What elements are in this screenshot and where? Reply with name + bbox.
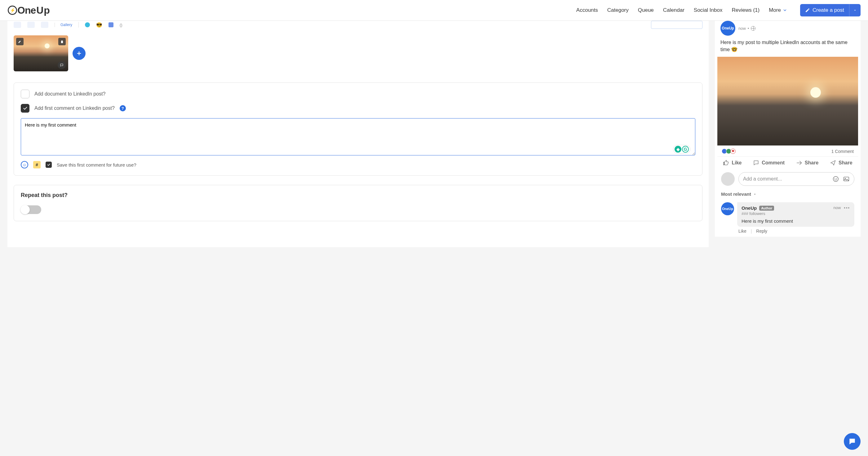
first-comment-textarea[interactable] [21,118,695,155]
linkedin-preview: OneUp OneUp now • Here is my post to mul… [715,21,861,237]
logo[interactable]: ⚡OneUp [7,5,50,16]
media-attachments [7,31,709,72]
grammarly-icon[interactable]: G [682,146,689,153]
main-content: Gallery 😎 () [0,21,868,247]
like-action[interactable]: Like [723,160,742,166]
nav-more[interactable]: More [769,7,787,13]
comment-placeholder: Add a comment... [743,176,782,182]
emoji-picker-button[interactable]: ☺ [21,161,28,168]
top-nav: Accounts Category Queue Calendar Social … [576,4,861,17]
preview-header-meta: OneUp now • [738,26,755,31]
send-action[interactable]: Share [830,160,852,166]
app-header: ⚡OneUp Accounts Category Queue Calendar … [0,0,868,21]
edit-media-button[interactable] [16,38,24,45]
preview-post-text: Here is my post to multiple LinkedIn acc… [717,39,858,57]
emoji-icon[interactable] [832,176,839,182]
toolbar-square-icon[interactable] [108,22,114,27]
divider [79,22,79,28]
media-caption-button[interactable] [58,61,66,69]
caret-down-icon [753,192,757,196]
sunset-glow [44,44,50,48]
logo-circle-icon: ⚡ [8,6,17,15]
toolbar-media-icon[interactable] [13,22,21,28]
repeat-title: Repeat this post? [21,192,695,199]
logo-text-b: p [44,5,50,16]
repeat-toggle[interactable] [21,205,41,214]
add-media-button[interactable] [72,47,86,60]
toolbar-emoji-icon[interactable]: 😎 [96,22,102,28]
delete-media-button[interactable] [58,38,66,45]
checkmark-icon [23,106,28,111]
share-label: Share [805,160,818,166]
toolbar-dot-icon[interactable] [85,22,90,27]
chevron-down-icon [783,8,787,12]
comment-item-avatar: OneUp [721,202,734,215]
svg-point-4 [845,178,846,179]
comment-input[interactable]: Add a comment... [738,172,855,186]
comment-author: OneUp [742,205,757,210]
comment-header: OneUp Author ### followers now ••• [742,205,850,216]
nav-accounts[interactable]: Accounts [576,7,598,13]
save-comment-label: Save this first comment for future use? [57,162,136,168]
toolbar-media-icon-3[interactable] [41,22,49,28]
nav-calendar[interactable]: Calendar [663,7,684,13]
toolbar-gallery-link[interactable]: Gallery [55,23,72,27]
comment-count[interactable]: 1 Comment [831,149,854,154]
preview-avatar: OneUp [720,21,735,36]
save-comment-checkbox[interactable] [45,162,52,168]
comment-menu[interactable]: ••• [844,205,850,210]
nav-more-label: More [769,7,781,13]
comment-like[interactable]: Like [738,229,746,234]
hashtag-button[interactable]: # [33,161,41,168]
send-label: Share [839,160,852,166]
assistant-icon[interactable]: ◆ [675,146,681,153]
create-post-button[interactable]: Create a post [800,4,849,17]
preview-meta: now • [738,26,755,31]
add-first-comment-row: Add first comment on Linkedin post? ? [21,104,695,113]
comment-action[interactable]: Comment [753,160,785,166]
nav-queue[interactable]: Queue [638,7,654,13]
create-post-group: Create a post [800,4,861,17]
sunset-glow [810,87,821,98]
comment-reply[interactable]: Reply [756,229,767,234]
linkedin-options-card: Add document to LinkedIn post? Add first… [13,83,703,176]
add-document-label: Add document to LinkedIn post? [34,91,106,97]
toolbar-right-select[interactable] [651,21,703,29]
speech-icon [60,63,64,67]
preview-header: OneUp OneUp now • [717,21,858,39]
create-post-dropdown[interactable] [849,4,861,17]
add-first-comment-checkbox[interactable] [21,104,29,113]
image-icon[interactable] [843,176,850,182]
nav-social-inbox[interactable]: Social Inbox [694,7,723,13]
repeat-card: Repeat this post? [13,185,703,221]
help-icon[interactable]: ? [120,105,126,111]
comment-actions: Like | Reply [737,227,855,234]
svg-point-0 [833,176,839,182]
preview-reactions-row: 1 Comment [717,145,858,156]
svg-point-2 [836,178,837,179]
media-thumbnail[interactable] [13,35,68,72]
reaction-icons [722,149,736,154]
author-badge: Author [759,206,774,210]
logo-text-a: One [18,5,36,16]
toolbar-media-icon-2[interactable] [27,22,35,28]
add-document-checkbox[interactable] [21,90,29,98]
nav-reviews[interactable]: Reviews (1) [732,7,760,13]
nav-category[interactable]: Category [607,7,629,13]
plus-icon [76,51,82,56]
comment-text: Here is my first comment [742,218,850,224]
send-icon [830,160,836,166]
comment-body: OneUp Author ### followers now ••• Here … [737,202,855,227]
share-icon [796,160,802,166]
comment-input-row: Add a comment... [717,169,858,189]
preview-time: now [738,26,746,31]
comment-avatar [721,172,735,186]
comment-author-row: OneUp Author [742,205,774,210]
comment-time: now [833,205,841,210]
compose-icon [805,8,810,13]
preview-actions: Like Comment Share Share [717,156,858,169]
first-comment-textarea-wrap: ◆ G [21,118,695,156]
share-action[interactable]: Share [796,160,818,166]
sort-dropdown[interactable]: Most relevant [717,189,858,199]
toggle-knob [21,205,30,215]
